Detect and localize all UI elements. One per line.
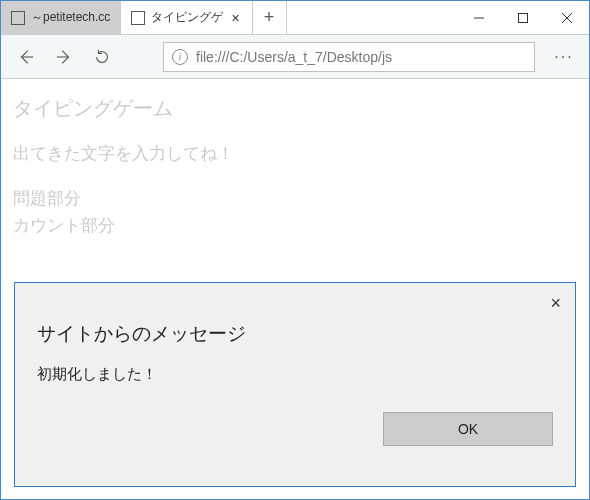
dialog-title: サイトからのメッセージ [37, 321, 553, 347]
tab-inactive[interactable]: ～petitetech.cc [1, 1, 121, 34]
page-icon [11, 11, 25, 25]
tab-close-icon[interactable]: × [229, 10, 241, 26]
title-bar: ～petitetech.cc タイピングゲ × + [1, 1, 589, 35]
toolbar: i file:///C:/Users/a_t_7/Desktop/js ··· [1, 35, 589, 79]
more-button[interactable]: ··· [547, 48, 581, 66]
ok-button[interactable]: OK [383, 412, 553, 446]
svg-rect-1 [519, 13, 528, 22]
dialog-close-icon[interactable]: × [550, 293, 561, 314]
url-text: file:///C:/Users/a_t_7/Desktop/js [196, 49, 392, 65]
dialog-message: 初期化しました！ [37, 365, 553, 384]
minimize-button[interactable] [457, 1, 501, 34]
alert-dialog: × サイトからのメッセージ 初期化しました！ OK [14, 282, 576, 487]
new-tab-button[interactable]: + [253, 1, 287, 34]
close-window-button[interactable] [545, 1, 589, 34]
back-button[interactable] [9, 40, 43, 74]
info-icon[interactable]: i [172, 49, 188, 65]
address-bar[interactable]: i file:///C:/Users/a_t_7/Desktop/js [163, 42, 535, 72]
maximize-button[interactable] [501, 1, 545, 34]
forward-button[interactable] [47, 40, 81, 74]
tab-label: ～petitetech.cc [31, 9, 110, 26]
tab-label: タイピングゲ [151, 9, 223, 26]
refresh-button[interactable] [85, 40, 119, 74]
tab-active[interactable]: タイピングゲ × [121, 1, 252, 34]
page-icon [131, 11, 145, 25]
